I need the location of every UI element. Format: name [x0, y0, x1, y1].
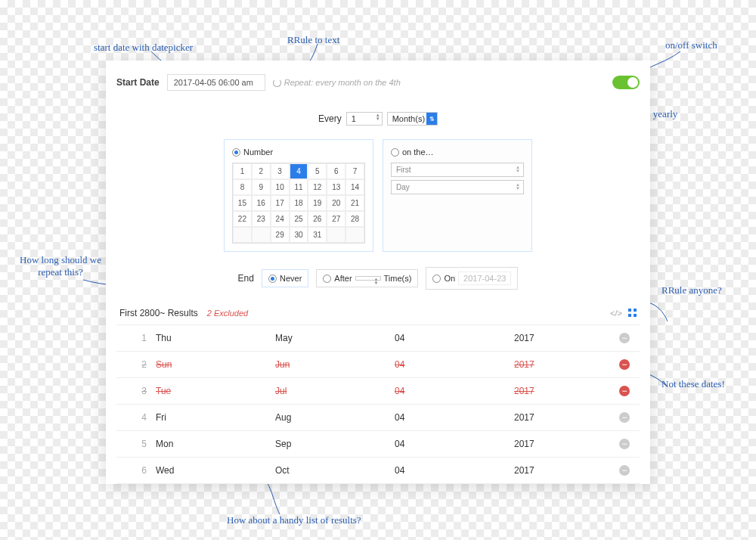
weekday-select[interactable]: Day ▲▼ [391, 180, 524, 194]
day-cell [252, 227, 271, 243]
table-row[interactable]: 6WedOct042017− [116, 458, 640, 484]
day-cell[interactable]: 8 [233, 179, 252, 195]
day-cell[interactable]: 23 [252, 211, 271, 227]
day-cell[interactable]: 9 [252, 179, 271, 195]
after-count-input[interactable]: ▲▼ [355, 276, 381, 281]
chevron-icon: ▲▼ [516, 183, 520, 191]
row-index: 3 [121, 386, 156, 396]
enable-toggle[interactable] [612, 76, 640, 89]
minus-icon: − [619, 333, 630, 343]
day-cell[interactable]: 1 [233, 163, 252, 179]
day-cell[interactable]: 12 [308, 179, 327, 195]
row-remove[interactable]: − [614, 439, 635, 449]
end-never-option[interactable]: Never [262, 269, 308, 287]
day-cell[interactable]: 19 [308, 195, 327, 211]
row-remove[interactable]: − [614, 386, 635, 396]
chevron-icon: ▲▼ [516, 166, 520, 173]
day-cell [327, 227, 345, 243]
on-the-panel: on the… First ▲▼ Day ▲▼ [383, 139, 532, 252]
end-label: End [238, 273, 254, 284]
day-cell[interactable]: 24 [271, 211, 290, 227]
day-cell[interactable]: 28 [345, 211, 364, 227]
grid-icon[interactable] [628, 309, 637, 317]
row-day: 04 [395, 412, 514, 423]
row-dow: Mon [156, 439, 275, 449]
day-cell[interactable]: 22 [233, 211, 252, 227]
results-table: 1ThuMay042017−2SunJun042017−3TueJul04201… [116, 325, 640, 484]
unit-value: Month(s) [392, 114, 425, 123]
day-cell[interactable]: 26 [308, 211, 327, 227]
row-remove[interactable]: − [614, 359, 635, 370]
annotation-start-date: start date with datepicker [94, 42, 193, 54]
row-remove[interactable]: − [614, 465, 635, 476]
day-cell[interactable]: 17 [271, 195, 290, 211]
onthe-radio[interactable] [391, 148, 399, 157]
end-on-option[interactable]: On 2017-04-23 [426, 267, 518, 290]
ordinal-value: First [396, 166, 411, 174]
row-remove[interactable]: − [614, 333, 635, 343]
end-on-label: On [444, 274, 455, 283]
day-cell[interactable]: 25 [290, 211, 308, 227]
stepper-icon: ▲▼ [376, 113, 380, 121]
day-cell[interactable]: 20 [327, 195, 345, 211]
radio-icon [432, 275, 441, 283]
day-cell[interactable]: 3 [271, 163, 290, 179]
minus-icon: − [619, 465, 630, 476]
day-cell[interactable]: 6 [327, 163, 345, 179]
row-month: Aug [275, 412, 395, 423]
table-row[interactable]: 3TueJul042017− [116, 378, 640, 405]
day-cell[interactable]: 31 [308, 227, 327, 243]
row-dow: Fri [156, 412, 275, 423]
day-cell[interactable]: 18 [290, 195, 308, 211]
end-after-option[interactable]: After ▲▼ Time(s) [316, 269, 418, 287]
row-day: 04 [395, 465, 514, 476]
rrule-summary-text: Repeat: every month on the 4th [284, 78, 401, 87]
number-radio[interactable] [232, 148, 240, 157]
day-cell[interactable]: 7 [345, 163, 364, 179]
unit-select[interactable]: Month(s) ⇅ [387, 112, 438, 126]
day-cell[interactable]: 21 [345, 195, 364, 211]
start-date-input[interactable]: 2017-04-05 06:00 am [167, 74, 265, 91]
rrule-summary: Repeat: every month on the 4th [273, 78, 401, 87]
row-dow: Tue [156, 386, 275, 396]
row-day: 04 [395, 359, 514, 370]
row-month: May [275, 333, 395, 343]
annotation-rrule: RRule anyone? [662, 284, 722, 296]
recurrence-card: Start Date 2017-04-05 06:00 am Repeat: e… [106, 61, 650, 484]
day-cell[interactable]: 16 [252, 195, 271, 211]
row-day: 04 [395, 439, 514, 449]
end-times-label: Time(s) [384, 274, 412, 283]
day-cell[interactable]: 15 [233, 195, 252, 211]
table-row[interactable]: 5MonSep042017− [116, 431, 640, 458]
day-cell[interactable]: 5 [308, 163, 327, 179]
end-row: End Never After ▲▼ Time(s) On 2017-04-23 [116, 267, 640, 290]
table-row[interactable]: 1ThuMay042017− [116, 325, 640, 352]
annotation-list: How about a handy list of results? [227, 514, 361, 526]
code-icon[interactable]: </> [610, 309, 622, 318]
day-cell[interactable]: 14 [345, 179, 364, 195]
radio-icon [268, 275, 277, 283]
minus-icon: − [619, 359, 630, 370]
ordinal-select[interactable]: First ▲▼ [391, 163, 524, 177]
end-on-date[interactable]: 2017-04-23 [458, 272, 511, 285]
day-cell[interactable]: 13 [327, 179, 345, 195]
day-cell[interactable]: 30 [290, 227, 308, 243]
row-year: 2017 [514, 412, 614, 423]
interval-input[interactable]: 1 ▲▼ [346, 112, 383, 126]
day-cell[interactable]: 4 [290, 163, 308, 179]
table-row[interactable]: 2SunJun042017− [116, 352, 640, 378]
row-dow: Wed [156, 465, 275, 476]
table-row[interactable]: 4FriAug042017− [116, 405, 640, 431]
row-year: 2017 [514, 359, 614, 370]
minus-icon: − [619, 412, 630, 423]
day-cell[interactable]: 27 [327, 211, 345, 227]
day-cell[interactable]: 2 [252, 163, 271, 179]
day-cell[interactable]: 10 [271, 179, 290, 195]
annotation-switch: on/off switch [665, 39, 717, 51]
minus-icon: − [619, 439, 630, 449]
day-cell[interactable]: 11 [290, 179, 308, 195]
row-year: 2017 [514, 465, 614, 476]
row-remove[interactable]: − [614, 412, 635, 423]
radio-icon [323, 275, 331, 283]
day-cell[interactable]: 29 [271, 227, 290, 243]
